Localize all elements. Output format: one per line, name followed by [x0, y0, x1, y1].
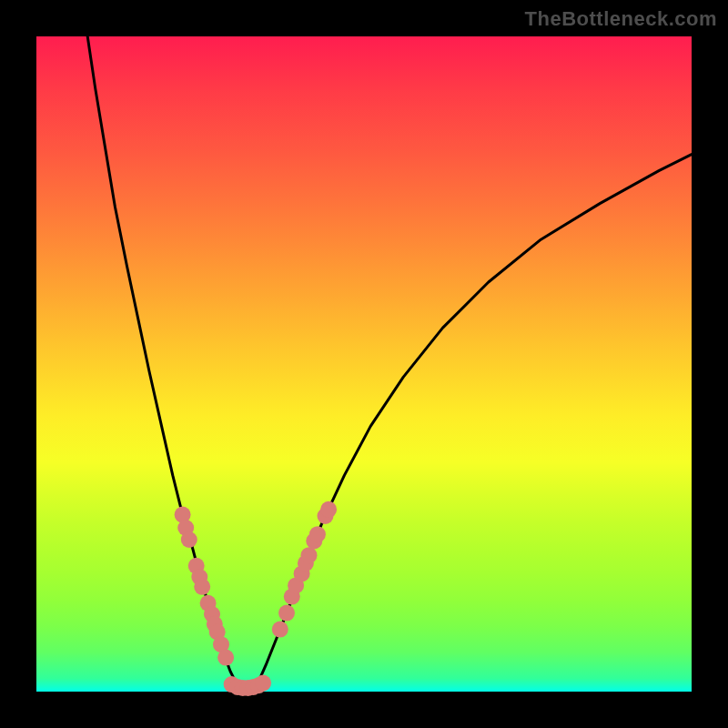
dot-right-mid	[278, 605, 295, 622]
dot-valley-floor	[255, 675, 271, 692]
dot-right-mid	[272, 622, 288, 638]
curve-right-branch	[258, 155, 692, 683]
chart-svg	[0, 0, 728, 728]
dot-right-upper	[301, 547, 318, 563]
dot-right-upper	[320, 501, 337, 518]
curve-left-branch	[87, 36, 236, 683]
dot-left-upper	[217, 650, 234, 666]
dot-right-upper	[309, 526, 326, 542]
dot-left-upper	[181, 531, 197, 548]
dot-left-upper	[194, 579, 210, 595]
